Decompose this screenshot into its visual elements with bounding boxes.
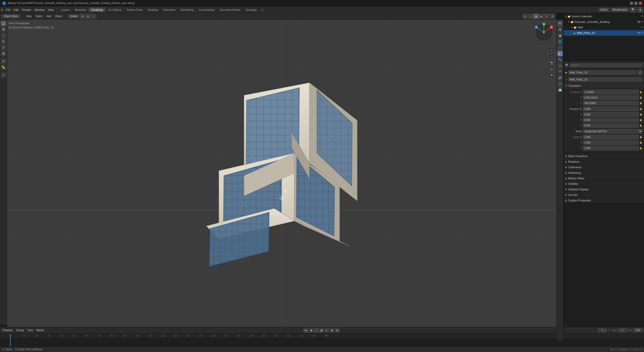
rotation-y-lock[interactable]: 🔒: [639, 119, 642, 121]
rotation-w-input[interactable]: [583, 107, 639, 111]
tab-rendering[interactable]: Rendering: [178, 8, 196, 12]
outliner-row-wall-parts-10[interactable]: ▶ Wall_Parts_10 📷 👁: [564, 30, 644, 36]
scale-y-lock[interactable]: 🔒: [639, 141, 642, 144]
playback-menu[interactable]: Playback: [2, 329, 14, 332]
rendered-mode[interactable]: ☀: [544, 14, 549, 19]
transform-section-header[interactable]: ▼ Transform: [564, 83, 644, 89]
outliner-row-wall[interactable]: ▼ 📁 Wall 👁: [564, 25, 644, 30]
motion-paths-section[interactable]: ▶ Motion Paths: [564, 175, 644, 181]
tab-scripting[interactable]: Scripting: [243, 8, 259, 12]
view-menu[interactable]: View: [25, 14, 33, 18]
scene-vis-icon[interactable]: 👁: [641, 15, 643, 18]
object-properties-tab[interactable]: ▶: [557, 51, 563, 56]
world-tab[interactable]: ○: [557, 45, 563, 50]
menu-render[interactable]: Render: [20, 8, 33, 12]
tab-compositing[interactable]: Compositing: [196, 8, 217, 12]
collections-section[interactable]: ▶ Collections: [564, 164, 644, 170]
rotation-w-lock[interactable]: 🔒: [639, 108, 642, 110]
rotation-x-lock[interactable]: 🔒: [639, 113, 642, 116]
rotation-z-input[interactable]: [583, 123, 639, 128]
pivot-icon[interactable]: ⊕: [80, 14, 85, 19]
mesh-name-input[interactable]: [568, 77, 642, 82]
current-frame-input[interactable]: [598, 328, 607, 332]
scale-z-lock[interactable]: 🔒: [639, 147, 642, 149]
mode-selector[interactable]: Object Mode: [2, 14, 20, 18]
add-cube-tool[interactable]: +: [1, 72, 6, 78]
object-data-tab[interactable]: ▽: [557, 81, 563, 86]
proportional-edit-icon[interactable]: ○: [91, 14, 96, 19]
properties-search-input[interactable]: [570, 63, 642, 67]
relations-section[interactable]: ▶ Relations: [564, 159, 644, 164]
location-z-lock[interactable]: 🔒: [639, 102, 642, 104]
location-y-lock[interactable]: 🔒: [639, 96, 642, 99]
reverse-play-button[interactable]: ◁: [314, 328, 318, 333]
scale-z-input[interactable]: [583, 146, 639, 150]
location-y-input[interactable]: [583, 95, 639, 100]
add-workspace-button[interactable]: +: [259, 7, 265, 12]
scale-y-input[interactable]: [583, 140, 639, 145]
material-tab[interactable]: ⬤: [557, 87, 563, 93]
rotate-tool[interactable]: ↻: [1, 39, 6, 44]
keying-menu[interactable]: Keying: [15, 329, 25, 332]
scene-selector[interactable]: Scene: [599, 8, 609, 12]
modifier-properties-tab[interactable]: 🔧: [557, 57, 563, 62]
custom-properties-section[interactable]: ▶ Custom Properties: [564, 198, 644, 203]
location-z-input[interactable]: [583, 101, 639, 105]
menu-file[interactable]: File: [4, 8, 12, 12]
object-menu[interactable]: Object: [54, 14, 64, 18]
rotation-y-input[interactable]: [583, 118, 639, 122]
location-x-lock[interactable]: 🔒: [639, 91, 642, 93]
view-menu-timeline[interactable]: View: [26, 329, 34, 332]
rotation-z-lock[interactable]: 🔒: [639, 124, 642, 127]
building-vis-icon[interactable]: 👁: [641, 21, 643, 23]
building-camera-icon[interactable]: 📷: [637, 21, 640, 23]
physics-tab[interactable]: 〜: [557, 69, 563, 74]
tab-layout[interactable]: Layout: [59, 8, 72, 12]
wireframe-mode[interactable]: □: [528, 14, 533, 19]
tab-modeling[interactable]: Modeling: [72, 8, 89, 12]
transform-global[interactable]: Global: [68, 14, 79, 18]
select-menu[interactable]: Select: [34, 14, 44, 18]
particles-tab[interactable]: ✦: [557, 63, 563, 68]
zoom-in-button[interactable]: +: [549, 47, 554, 53]
tab-geometry-nodes[interactable]: Geometry Nodes: [217, 8, 243, 12]
jump-end-button[interactable]: ⏭: [335, 328, 340, 333]
prev-keyframe-button[interactable]: ◀: [309, 328, 313, 333]
render-layer-selector[interactable]: RenderLayer: [611, 8, 629, 12]
tab-sculpting[interactable]: Sculpting: [89, 8, 105, 12]
vr-button[interactable]: 👁: [549, 72, 554, 78]
search-button[interactable]: 🔍: [630, 7, 636, 13]
close-button[interactable]: [639, 2, 642, 5]
rotation-mode-select[interactable]: Quaternion (WXYZ): [583, 129, 642, 134]
wall-parts-vis-icon[interactable]: 👁: [641, 32, 643, 34]
scale-tool[interactable]: ⤢: [1, 45, 6, 50]
line-art-section[interactable]: ▶ Line Art: [564, 192, 644, 198]
maximize-button[interactable]: [634, 2, 637, 5]
annotate-tool[interactable]: ✏: [1, 59, 6, 64]
rotation-x-input[interactable]: [583, 112, 639, 117]
add-menu[interactable]: Add: [45, 14, 53, 18]
menu-help[interactable]: Help: [46, 8, 56, 12]
constraints-tab[interactable]: 🔗: [557, 75, 563, 80]
jump-start-button[interactable]: ⏮: [303, 328, 308, 333]
fake-user-button[interactable]: F: [637, 70, 642, 75]
instancing-section[interactable]: ▶ Instancing: [564, 170, 644, 175]
object-name-input[interactable]: [568, 70, 636, 75]
viewport-display-section[interactable]: ▶ Viewport Display: [564, 187, 644, 192]
delta-transform-section[interactable]: ▶ Delta Transform: [564, 153, 644, 159]
filter-button[interactable]: ▼: [637, 7, 643, 13]
overlay-button[interactable]: ◎: [522, 14, 528, 19]
location-x-input[interactable]: [583, 90, 639, 94]
snapping-icon[interactable]: ⊞: [86, 14, 91, 19]
end-frame-input[interactable]: [633, 328, 642, 332]
view-layer-tab[interactable]: ▣: [557, 33, 563, 38]
marker-menu[interactable]: Marker: [35, 329, 45, 332]
material-preview-mode[interactable]: ◐: [539, 14, 544, 19]
outliner-row-scene-collection[interactable]: ▼ 📁 Scene Collection 👁: [564, 14, 644, 19]
scale-x-lock[interactable]: 🔒: [639, 136, 642, 138]
minimize-button[interactable]: [630, 2, 633, 5]
measure-tool[interactable]: 📏: [1, 65, 6, 70]
outliner-row-building[interactable]: ▼ 📁 Futuristic_Scientific_Building 📷 👁: [564, 19, 644, 25]
visibility-section[interactable]: ▶ Visibility: [564, 181, 644, 187]
menu-window[interactable]: Window: [33, 8, 46, 12]
